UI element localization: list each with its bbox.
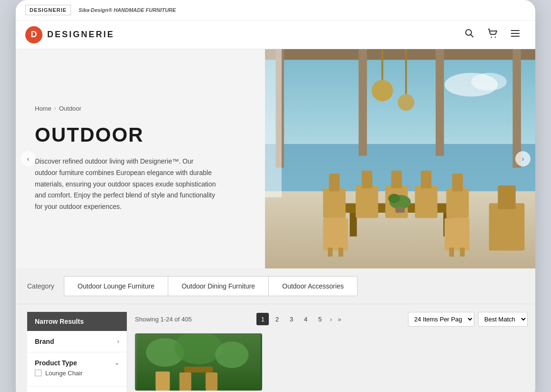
svg-rect-36 [498,186,516,209]
nav-logo[interactable]: D DESIGNERIE [25,26,114,43]
svg-rect-29 [323,218,348,250]
svg-rect-35 [489,203,525,250]
svg-point-3 [495,37,496,38]
filter-brand-label: Brand [35,338,54,345]
svg-rect-52 [179,372,191,391]
logo-icon: D [25,26,42,43]
svg-point-45 [471,73,507,91]
main-nav: D DESIGNERIE [16,21,535,49]
filter-product-type-header[interactable]: Product Type ⌄ [35,359,119,367]
category-tab-lounge[interactable]: Outdoor Lounge Furniture [64,276,168,296]
next-page-arrow[interactable]: › [328,316,334,323]
page-2[interactable]: 2 [271,313,283,325]
svg-point-0 [466,30,471,35]
breadcrumb: Home › Outdoor [35,105,246,112]
hero-content: Home › Outdoor OUTDOOR Discover refined … [16,49,265,268]
filter-checkbox-lounge-chair[interactable] [35,370,41,376]
carousel-next-button[interactable]: › [515,151,531,166]
filter-product-type-label: Product Type [35,359,77,367]
svg-rect-50 [155,371,170,391]
results-area: Narrow Results Brand › Product Type ⌄ Lo… [16,304,535,392]
search-button[interactable] [459,24,480,45]
search-icon [464,28,475,41]
svg-rect-31 [338,248,343,257]
sidebar: Narrow Results Brand › Product Type ⌄ Lo… [27,312,127,392]
svg-rect-22 [362,171,372,188]
filter-item-label: Lounge Chair [45,370,82,377]
svg-rect-19 [323,188,346,218]
svg-rect-28 [452,174,463,191]
svg-rect-15 [265,49,282,197]
filter-section-brand[interactable]: Brand › [27,331,127,352]
svg-point-39 [398,94,415,111]
filter-brand-arrow: › [117,338,119,345]
sidebar-header: Narrow Results [27,312,127,331]
svg-rect-33 [449,248,454,257]
brand-logo-sika: Sika·Design® HANDMADE FURNITURE [79,7,176,13]
svg-rect-20 [329,174,339,191]
tablet-frame: DESIGNERIE Sika·Design® HANDMADE FURNITU… [16,0,535,392]
svg-rect-14 [436,49,444,156]
category-tab-dining[interactable]: Outdoor Dining Furniture [168,276,268,296]
svg-line-1 [471,35,474,38]
svg-rect-24 [391,171,402,188]
product-card[interactable] [135,333,262,391]
pagination: 1 2 3 4 5 › » [256,313,343,325]
nav-icons [459,24,526,45]
filter-section-product-type[interactable]: Product Type ⌄ Lounge Chair [27,352,127,387]
product-grid [135,333,528,391]
selects-row: 24 Items Per Pag Best Match [408,312,528,327]
filter-brand-header[interactable]: Brand › [35,338,119,345]
logo-text: DESIGNERIE [47,30,114,40]
product-image [135,333,262,391]
chevron-left-icon: ‹ [27,155,30,163]
sort-select[interactable]: Best Match [478,312,528,327]
category-label: Category [27,282,54,290]
svg-rect-25 [415,186,438,218]
brand-logo-designerie: DESIGNERIE [25,5,71,15]
svg-point-49 [215,341,248,368]
filter-item-lounge-chair[interactable]: Lounge Chair [35,367,119,380]
svg-rect-10 [265,49,535,60]
category-bar: Category Outdoor Lounge Furniture Outdoo… [16,268,535,304]
breadcrumb-home[interactable]: Home [35,105,51,112]
results-count: Showing 1-24 of 405 [135,316,192,323]
svg-point-2 [491,37,492,38]
carousel-prev-button[interactable]: ‹ [20,151,36,166]
pagination-bar: Showing 1-24 of 405 1 2 3 4 5 › » 24 Ite… [135,312,528,327]
hero-section: ‹ Home › Outdoor OUTDOOR Discover refine… [16,49,535,268]
svg-rect-34 [460,248,465,257]
hero-scene [265,49,535,268]
page-5[interactable]: 5 [314,313,326,325]
svg-rect-32 [445,218,469,250]
menu-icon [510,28,520,41]
menu-button[interactable] [505,24,526,45]
svg-point-37 [372,80,393,102]
last-page-arrow[interactable]: » [336,316,343,323]
page-1[interactable]: 1 [256,313,269,325]
brand-bar: DESIGNERIE Sika·Design® HANDMADE FURNITU… [16,0,535,21]
svg-point-42 [388,194,400,203]
main-content: Showing 1-24 of 405 1 2 3 4 5 › » 24 Ite… [127,304,535,392]
svg-rect-43 [396,207,405,213]
svg-rect-27 [447,188,469,218]
filter-product-type-arrow: ⌄ [114,360,119,366]
cart-button[interactable] [482,24,503,45]
category-tab-accessories[interactable]: Outdoor Accessories [268,276,357,296]
breadcrumb-separator: › [54,105,56,112]
svg-rect-53 [205,372,217,391]
svg-rect-12 [513,49,521,168]
hero-image-container [265,49,535,268]
per-page-select[interactable]: 24 Items Per Pag [408,312,474,327]
svg-rect-13 [359,49,367,156]
page-title: OUTDOOR [35,124,246,146]
page-3[interactable]: 3 [285,313,297,325]
breadcrumb-current: Outdoor [59,105,82,112]
hero-description: Discover refined outdoor living with Des… [35,156,216,213]
cart-icon [487,28,498,41]
svg-rect-30 [328,248,333,257]
page-4[interactable]: 4 [299,313,312,325]
svg-rect-21 [356,186,378,218]
chevron-right-icon: › [522,155,524,163]
svg-rect-51 [184,367,213,372]
